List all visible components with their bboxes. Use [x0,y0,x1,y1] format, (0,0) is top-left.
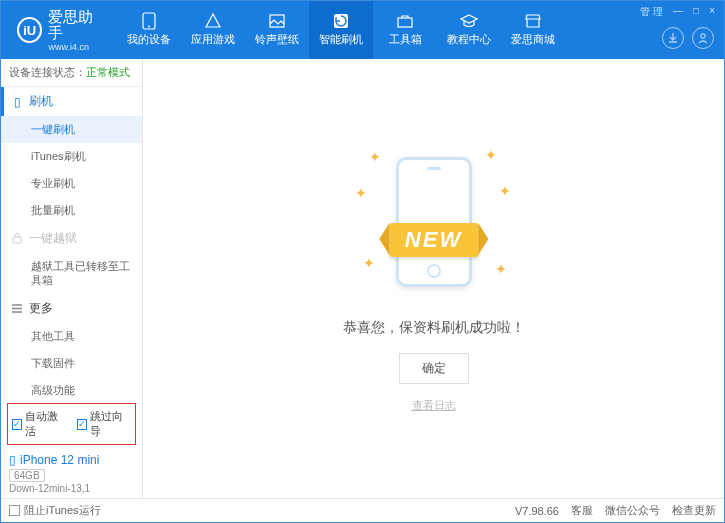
svg-rect-2 [270,15,284,27]
category-label: 更多 [29,300,53,317]
window-controls: 管 理 — □ × [637,5,718,19]
nav-label: 爱思商城 [511,32,555,47]
checkbox-skip-guide[interactable]: ✓ 跳过向导 [77,409,132,439]
connection-status: 设备连接状态：正常模式 [1,59,142,87]
sidebar-item-pro[interactable]: 专业刷机 [1,170,142,197]
nav-ringtone[interactable]: 铃声壁纸 [245,1,309,59]
device-name-text: iPhone 12 mini [20,453,99,467]
app-name: 爱思助手 [48,9,107,42]
new-ribbon: NEW [389,223,478,257]
view-log-link[interactable]: 查看日志 [412,398,456,413]
lock-icon [11,233,23,245]
phone-small-icon: ▯ [11,96,23,108]
close-button[interactable]: × [706,5,718,19]
category-flash[interactable]: ▯ 刷机 [1,87,142,116]
nav-label: 我的设备 [127,32,171,47]
svg-point-1 [148,26,150,28]
apps-icon [203,13,223,29]
footer-service-link[interactable]: 客服 [571,503,593,518]
success-message: 恭喜您，保资料刷机成功啦！ [343,319,525,337]
nav-apps[interactable]: 应用游戏 [181,1,245,59]
version-text: V7.98.66 [515,505,559,517]
jailbreak-note: 越狱工具已转移至工具箱 [1,253,142,294]
checkbox-icon: ✓ [77,419,87,430]
device-profile: Down-12mini-13,1 [9,483,134,494]
category-jailbreak: 一键越狱 [1,224,142,253]
sparkle-icon: ✦ [485,147,497,163]
checkbox-block-itunes[interactable]: 阻止iTunes运行 [9,503,101,518]
sparkle-icon: ✦ [363,255,375,271]
status-label: 设备连接状态： [9,66,86,78]
phone-icon: ▯ [9,453,16,467]
header: iU 爱思助手 www.i4.cn 我的设备 应用游戏 [1,1,724,59]
nav-toolbox[interactable]: 工具箱 [373,1,437,59]
device-info[interactable]: ▯ iPhone 12 mini 64GB Down-12mini-13,1 [1,449,142,498]
sparkle-icon: ✦ [355,185,367,201]
checkbox-label: 跳过向导 [90,409,131,439]
checkbox-label: 自动激活 [25,409,66,439]
checkbox-label: 阻止iTunes运行 [24,503,101,518]
nav-store[interactable]: 爱思商城 [501,1,565,59]
sidebar-item-itunes[interactable]: iTunes刷机 [1,143,142,170]
phone-icon [139,13,159,29]
category-label: 刷机 [29,93,53,110]
logo: iU 爱思助手 www.i4.cn [7,9,117,52]
sparkle-icon: ✦ [499,183,511,199]
checkbox-icon [9,505,20,516]
nav-label: 铃声壁纸 [255,32,299,47]
sidebar-item-batch[interactable]: 批量刷机 [1,197,142,224]
ok-button[interactable]: 确定 [399,353,469,384]
main-content: ✦ ✦ ✦ ✦ ✦ ✦ NEW 恭喜您，保资料刷机成功啦！ 确定 查看日志 [143,59,724,498]
sidebar-item-othertools[interactable]: 其他工具 [1,323,142,350]
svg-rect-6 [13,237,21,243]
store-icon [523,13,543,29]
sparkle-icon: ✦ [495,261,507,277]
maximize-button[interactable]: □ [690,5,702,19]
menu-icon [11,302,23,314]
category-more[interactable]: 更多 [1,294,142,323]
sidebar-item-advanced[interactable]: 高级功能 [1,377,142,399]
app-site: www.i4.cn [48,42,107,52]
nav-flash[interactable]: 智能刷机 [309,1,373,59]
svg-point-5 [701,34,705,38]
footer-update-link[interactable]: 检查更新 [672,503,716,518]
nav-label: 智能刷机 [319,32,363,47]
sidebar: 设备连接状态：正常模式 ▯ 刷机 一键刷机 iTunes刷机 专业刷机 批量刷机… [1,59,143,498]
options-box: ✓ 自动激活 ✓ 跳过向导 [7,403,136,445]
user-button[interactable] [692,27,714,49]
app-logo-icon: iU [17,17,42,43]
footer: 阻止iTunes运行 V7.98.66 客服 微信公众号 检查更新 [1,498,724,522]
settings-icon[interactable]: 管 理 [637,5,666,19]
status-value: 正常模式 [86,66,130,78]
nav-tutorial[interactable]: 教程中心 [437,1,501,59]
minimize-button[interactable]: — [670,5,686,19]
wallpaper-icon [267,13,287,29]
phone-illustration-icon [396,157,472,287]
storage-badge: 64GB [9,469,45,482]
graduation-icon [459,13,479,29]
category-label: 一键越狱 [29,230,77,247]
sidebar-item-oneclick[interactable]: 一键刷机 [1,116,142,143]
nav-label: 应用游戏 [191,32,235,47]
refresh-icon [331,13,351,29]
footer-wechat-link[interactable]: 微信公众号 [605,503,660,518]
nav-label: 教程中心 [447,32,491,47]
nav-device[interactable]: 我的设备 [117,1,181,59]
download-button[interactable] [662,27,684,49]
checkbox-auto-activate[interactable]: ✓ 自动激活 [12,409,67,439]
nav-label: 工具箱 [389,32,422,47]
svg-rect-4 [398,18,412,27]
success-illustration: ✦ ✦ ✦ ✦ ✦ ✦ NEW [349,145,519,305]
main-nav: 我的设备 应用游戏 铃声壁纸 智能刷机 [117,1,718,59]
checkbox-icon: ✓ [12,419,22,430]
toolbox-icon [395,13,415,29]
sidebar-item-download-fw[interactable]: 下载固件 [1,350,142,377]
sparkle-icon: ✦ [369,149,381,165]
